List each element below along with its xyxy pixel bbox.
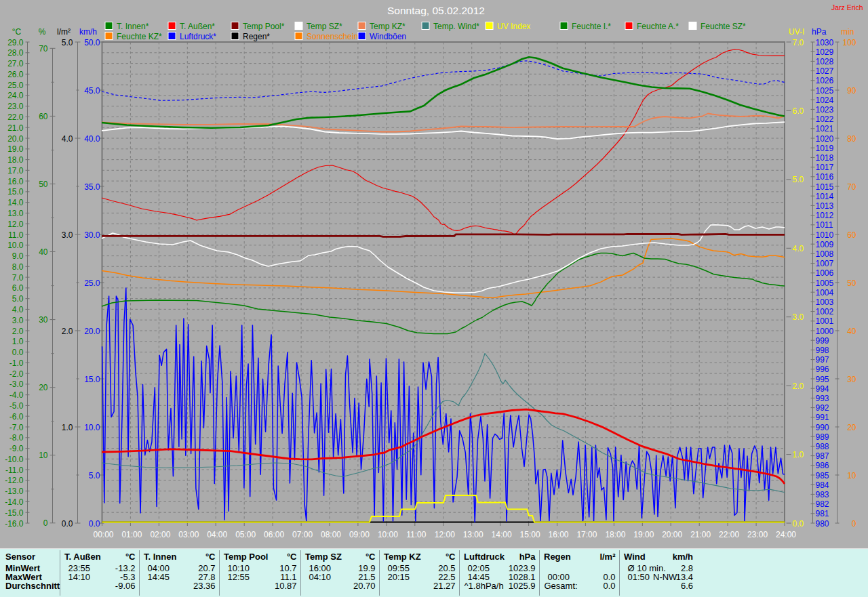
svg-text:50: 50 [847, 279, 856, 288]
svg-text:30: 30 [39, 315, 48, 325]
svg-text:hPa: hPa [812, 27, 827, 37]
svg-text:16:00: 16:00 [548, 530, 568, 539]
svg-text:981: 981 [816, 509, 829, 518]
svg-text:983: 983 [816, 490, 829, 499]
svg-text:-12.0: -12.0 [5, 476, 24, 485]
svg-text:Feuchte SZ*: Feuchte SZ* [701, 22, 746, 31]
svg-text:km/h: km/h [79, 27, 97, 37]
svg-text:°C: °C [12, 27, 22, 37]
svg-text:%: % [39, 27, 46, 37]
svg-text:50.0: 50.0 [84, 38, 100, 47]
svg-text:22:00: 22:00 [719, 530, 739, 539]
svg-text:27.0: 27.0 [7, 59, 24, 68]
svg-text:T. Innen*: T. Innen* [117, 22, 149, 31]
svg-text:30: 30 [847, 375, 856, 384]
svg-text:-3.0: -3.0 [9, 379, 24, 389]
svg-text:50: 50 [39, 180, 48, 189]
svg-text:1000: 1000 [816, 327, 834, 336]
svg-text:28.0: 28.0 [7, 48, 24, 58]
svg-text:5.0: 5.0 [793, 175, 804, 184]
svg-text:min: min [841, 27, 854, 37]
svg-text:1025: 1025 [816, 86, 834, 96]
svg-text:1005: 1005 [816, 279, 834, 288]
svg-text:Temp KZ*: Temp KZ* [370, 22, 406, 31]
svg-text:1007: 1007 [816, 259, 834, 268]
svg-text:Feuchte KZ*: Feuchte KZ* [117, 32, 162, 41]
svg-text:Temp SZ*: Temp SZ* [307, 22, 342, 31]
svg-text:05:00: 05:00 [235, 530, 256, 539]
svg-text:1004: 1004 [816, 288, 834, 297]
svg-text:988: 988 [816, 442, 829, 451]
svg-text:2.0: 2.0 [12, 327, 24, 336]
svg-text:06:00: 06:00 [264, 530, 284, 539]
svg-text:0.0: 0.0 [62, 519, 73, 529]
svg-text:1019: 1019 [816, 144, 834, 153]
svg-text:1014: 1014 [816, 192, 834, 201]
svg-text:993: 993 [816, 394, 829, 403]
svg-text:1013: 1013 [816, 201, 834, 211]
svg-text:1025.9: 1025.9 [509, 581, 536, 591]
svg-text:10.0: 10.0 [7, 241, 24, 250]
svg-text:4.0: 4.0 [62, 134, 73, 144]
svg-text:1003: 1003 [816, 297, 834, 307]
svg-text:8.0: 8.0 [12, 262, 24, 272]
svg-text:0: 0 [43, 518, 48, 528]
svg-text:25.0: 25.0 [84, 279, 100, 288]
svg-text:14:45: 14:45 [148, 572, 170, 582]
svg-text:Temp SZ: Temp SZ [305, 552, 342, 562]
svg-text:1028: 1028 [816, 57, 834, 66]
svg-text:21:00: 21:00 [690, 530, 711, 539]
svg-text:Sonntag, 05.02.2012: Sonntag, 05.02.2012 [387, 5, 485, 16]
svg-text:l/m²: l/m² [57, 27, 71, 37]
svg-text:3.0: 3.0 [12, 316, 24, 325]
svg-text:-9.06: -9.06 [115, 581, 136, 591]
svg-text:01:50: 01:50 [628, 572, 650, 582]
svg-text:0: 0 [852, 519, 856, 529]
svg-text:6.6: 6.6 [681, 581, 693, 591]
svg-text:20:15: 20:15 [388, 572, 410, 582]
svg-text:Feuchte A.*: Feuchte A.* [637, 22, 679, 31]
svg-text:5.0: 5.0 [12, 294, 24, 304]
svg-text:Luftdruck*: Luftdruck* [180, 32, 216, 41]
svg-text:45.0: 45.0 [84, 86, 100, 96]
svg-text:-8.0: -8.0 [9, 433, 24, 442]
svg-text:02:00: 02:00 [150, 530, 170, 539]
svg-text:20.70: 20.70 [353, 581, 376, 591]
svg-text:18:00: 18:00 [605, 530, 625, 539]
svg-text:Wind: Wind [624, 552, 646, 562]
svg-text:00:00: 00:00 [93, 530, 113, 539]
svg-text:12.0: 12.0 [7, 220, 24, 229]
svg-text:15.0: 15.0 [7, 187, 24, 197]
svg-text:989: 989 [816, 432, 829, 442]
svg-text:1023: 1023 [816, 105, 834, 115]
svg-text:1029: 1029 [816, 47, 834, 57]
svg-text:992: 992 [816, 403, 829, 413]
svg-text:40: 40 [39, 247, 48, 257]
svg-text:T. Außen*: T. Außen* [180, 22, 215, 31]
svg-text:-6.0: -6.0 [9, 412, 24, 421]
svg-text:2.0: 2.0 [793, 382, 804, 391]
svg-text:0.0: 0.0 [12, 348, 24, 357]
svg-text:1006: 1006 [816, 268, 834, 278]
svg-text:-9.0: -9.0 [9, 444, 24, 453]
svg-text:1009: 1009 [816, 240, 834, 249]
svg-text:Regen: Regen [544, 552, 571, 562]
svg-text:20.0: 20.0 [7, 134, 24, 144]
svg-text:1008: 1008 [816, 249, 834, 259]
svg-text:Temp Pool*: Temp Pool* [243, 22, 285, 31]
svg-text:Feuchte I.*: Feuchte I.* [572, 22, 611, 31]
svg-text:Temp Pool: Temp Pool [224, 552, 268, 562]
svg-text:19:00: 19:00 [633, 530, 654, 539]
svg-text:15:00: 15:00 [520, 530, 540, 539]
svg-text:UV Index: UV Index [497, 22, 530, 31]
svg-text:11.0: 11.0 [8, 230, 24, 240]
svg-text:6.0: 6.0 [793, 106, 804, 116]
svg-text:Temp. Wind*: Temp. Wind* [433, 22, 479, 31]
svg-text:-2.0: -2.0 [9, 369, 24, 379]
svg-text:10:00: 10:00 [378, 530, 398, 539]
svg-text:10.0: 10.0 [84, 423, 100, 432]
svg-text:986: 986 [816, 461, 829, 470]
svg-text:Durchschnitt: Durchschnitt [5, 581, 60, 591]
svg-text:1002: 1002 [816, 307, 834, 316]
svg-text:16.0: 16.0 [7, 177, 24, 186]
